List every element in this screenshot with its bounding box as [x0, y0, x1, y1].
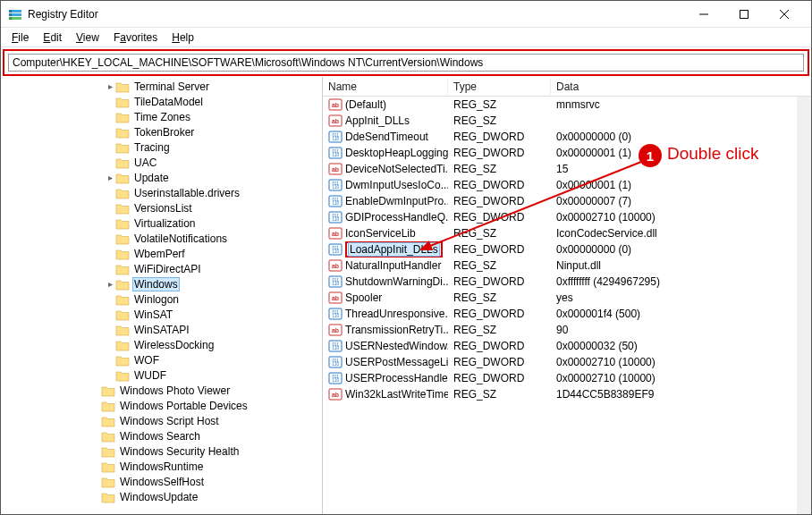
tree-item[interactable]: Windows Photo Viewer [1, 383, 322, 398]
address-input[interactable] [8, 54, 804, 72]
menu-help[interactable]: Help [166, 30, 199, 46]
minimize-button[interactable] [683, 2, 723, 27]
tree-item[interactable]: Windows Script Host [1, 413, 322, 428]
folder-icon [115, 172, 130, 184]
list-row[interactable]: EnableDwmInputPro...REG_DWORD0x00000007 … [323, 193, 811, 209]
list-row[interactable]: AppInit_DLLsREG_SZ [323, 113, 811, 129]
tree-view[interactable]: ▸Terminal ServerTileDataModelTime ZonesT… [1, 77, 323, 515]
chevron-icon[interactable]: ▸ [105, 173, 115, 182]
value-name: Spooler [345, 291, 382, 304]
tree-item[interactable]: WindowsRuntime [1, 459, 322, 474]
folder-icon [101, 445, 115, 458]
tree-item[interactable]: Virtualization [1, 215, 322, 231]
dword-value-icon [328, 194, 343, 208]
list-row[interactable]: (Default)REG_SZmnmsrvc [323, 97, 811, 113]
value-name: DdeSendTimeout [345, 131, 428, 143]
value-type: REG_DWORD [448, 275, 551, 288]
list-row[interactable]: ShutdownWarningDi...REG_DWORD0xffffffff … [323, 274, 811, 290]
tree-item[interactable]: Winlogon [1, 291, 322, 307]
tree-item-label: Winlogon [132, 293, 181, 306]
list-row[interactable]: LoadAppInit_DLLsREG_DWORD0x00000000 (0) [323, 241, 811, 258]
folder-icon [101, 400, 115, 412]
value-name: NaturalInputHandler [345, 259, 441, 272]
tree-item[interactable]: Windows Search [1, 428, 322, 443]
list-row[interactable]: ThreadUnresponsive...REG_DWORD0x000001f4… [323, 306, 811, 322]
tree-item[interactable]: TileDataModel [1, 94, 322, 109]
svg-rect-4 [9, 13, 12, 16]
tree-item-label: WindowsUpdate [118, 491, 199, 503]
tree-item[interactable]: Tracing [1, 139, 322, 155]
value-type: REG_SZ [448, 98, 551, 111]
list-row[interactable]: Win32kLastWriteTimeREG_SZ1D44CC5B8389EF9 [323, 386, 811, 402]
tree-item-label: UAC [132, 156, 158, 169]
tree-item[interactable]: WindowsUpdate [1, 489, 322, 504]
folder-icon [115, 141, 130, 154]
value-name: TransmissionRetryTi... [345, 324, 448, 336]
tree-item[interactable]: WirelessDocking [1, 337, 322, 352]
list-row[interactable]: USERPostMessageLi...REG_DWORD0x00002710 … [323, 354, 811, 370]
tree-item-label: WUDF [132, 369, 168, 382]
folder-icon [101, 384, 115, 397]
tree-item[interactable]: VersionsList [1, 200, 322, 215]
list-row[interactable]: IconServiceLibREG_SZIconCodecService.dll [323, 225, 811, 241]
folder-icon [115, 96, 130, 108]
tree-item-label: Virtualization [132, 217, 197, 230]
tree-item-label: WindowsRuntime [118, 460, 205, 473]
list-row[interactable]: NaturalInputHandlerREG_SZNinput.dll [323, 258, 811, 274]
value-data: 0x00002710 (10000) [551, 356, 811, 368]
tree-item[interactable]: ▸Windows [1, 276, 322, 291]
tree-item[interactable]: Time Zones [1, 109, 322, 124]
tree-item[interactable]: ▸Terminal Server [1, 79, 322, 94]
tree-item[interactable]: Windows Security Health [1, 443, 322, 459]
tree-item-label: WinSATAPI [132, 324, 191, 336]
folder-icon [101, 415, 115, 427]
tree-item-label: WOF [132, 354, 161, 367]
menu-edit[interactable]: Edit [38, 30, 67, 46]
tree-item[interactable]: Windows Portable Devices [1, 398, 322, 413]
tree-item[interactable]: WinSAT [1, 307, 322, 322]
col-header-data[interactable]: Data [551, 79, 811, 95]
tree-item[interactable]: WUDF [1, 367, 322, 383]
value-name: DesktopHeapLogging [345, 147, 448, 159]
list-row[interactable]: USERProcessHandle...REG_DWORD0x00002710 … [323, 370, 811, 386]
tree-item[interactable]: WindowsSelfHost [1, 474, 322, 489]
string-value-icon [328, 226, 343, 241]
menu-favorites[interactable]: Favorites [108, 30, 163, 46]
dword-value-icon [328, 146, 343, 160]
tree-item[interactable]: WOF [1, 352, 322, 367]
col-header-name[interactable]: Name [323, 79, 448, 95]
list-header: Name Type Data [323, 77, 811, 97]
tree-item-label: WindowsSelfHost [118, 476, 206, 488]
value-name: DwmInputUsesIoCo... [345, 179, 448, 191]
list-row[interactable]: GDIProcessHandleQ...REG_DWORD0x00002710 … [323, 209, 811, 225]
chevron-icon[interactable]: ▸ [105, 81, 115, 91]
tree-item[interactable]: WinSATAPI [1, 322, 322, 337]
menu-file[interactable]: File [6, 30, 34, 46]
tree-item[interactable]: TokenBroker [1, 124, 322, 139]
tree-item[interactable]: UAC [1, 155, 322, 170]
list-row[interactable]: SpoolerREG_SZyes [323, 290, 811, 306]
tree-item[interactable]: ▸Update [1, 170, 322, 185]
tree-item[interactable]: VolatileNotifications [1, 231, 322, 246]
dword-value-icon [328, 355, 343, 369]
list-row[interactable]: DdeSendTimeoutREG_DWORD0x00000000 (0) [323, 129, 811, 145]
tree-item[interactable]: WiFiDirectAPI [1, 261, 322, 276]
dword-value-icon [328, 339, 343, 353]
string-value-icon [328, 291, 343, 305]
col-header-type[interactable]: Type [448, 79, 551, 95]
tree-item-label: WirelessDocking [132, 339, 216, 351]
tree-item[interactable]: WbemPerf [1, 246, 322, 261]
maximize-button[interactable] [723, 2, 764, 27]
svg-rect-7 [740, 10, 748, 18]
list-row[interactable]: USERNestedWindow...REG_DWORD0x00000032 (… [323, 338, 811, 354]
close-button[interactable] [764, 2, 804, 27]
value-type: REG_SZ [448, 291, 551, 304]
tree-item-label: Windows Script Host [118, 415, 221, 427]
tree-item[interactable]: Userinstallable.drivers [1, 185, 322, 200]
list-row[interactable]: DwmInputUsesIoCo...REG_DWORD0x00000001 (… [323, 177, 811, 193]
menu-view[interactable]: View [71, 30, 105, 46]
chevron-icon[interactable]: ▸ [105, 279, 115, 289]
scrollbar[interactable] [797, 97, 811, 515]
tree-item-label: VersionsList [132, 202, 194, 215]
list-row[interactable]: TransmissionRetryTi...REG_SZ90 [323, 322, 811, 338]
